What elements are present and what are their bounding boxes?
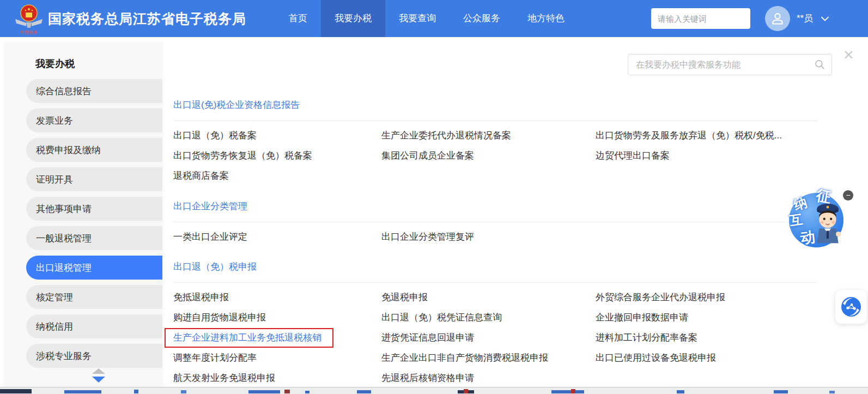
menu-item[interactable]: 购进自用货物退税申报: [173, 307, 381, 328]
sidebar-item[interactable]: 核定管理: [26, 285, 162, 309]
minimize-icon[interactable]: −: [843, 190, 853, 201]
nav-item[interactable]: 我要办税: [321, 0, 385, 37]
sidebar-item[interactable]: 综合信息报告: [26, 79, 162, 103]
menu-grid: 免抵退税申报 购进自用货物退税申报 生产企业进料加工业务免抵退税核销 调整年度计…: [173, 287, 817, 388]
menu-item[interactable]: 免抵退税申报: [173, 287, 381, 307]
tax-interaction-mascot-widget[interactable]: 征 纳 互 动: [786, 186, 847, 252]
sidebar-item-label: 涉税专业服务: [36, 350, 92, 362]
section-export-qualification: 出口退(免)税企业资格信息报告 出口退（免）税备案 出口货物劳务恢复退（免）税备…: [173, 98, 817, 186]
menu-item[interactable]: 出口货物劳务及服务放弃退（免）税权/免税...: [596, 125, 817, 146]
section-export-tax-declaration: 出口退（免）税申报 免抵退税申报 购进自用货物退税申报 生产企业进料加工业务免抵…: [173, 260, 817, 388]
mascot-char: 互: [788, 210, 804, 229]
section-classification-management: 出口企业分类管理 一类出口企业评定 出口企业分类管理复评: [173, 199, 817, 247]
menu-item[interactable]: 调整年度计划分配率: [173, 348, 381, 368]
sidebar-item-label: 综合信息报告: [36, 85, 92, 98]
menu-item[interactable]: 边贸代理出口备案: [596, 146, 817, 166]
menu-item-label: 航天发射业务免退税申报: [173, 372, 275, 384]
nav-item[interactable]: 公众服务: [450, 0, 514, 37]
menu-item-label: 出口退（免）税凭证信息查询: [381, 311, 502, 324]
menu-item[interactable]: 进料加工计划分配率备案: [596, 328, 817, 348]
menu-column: 出口货物劳务及服务放弃退（免）税权/免税... 边贸代理出口备案: [596, 125, 817, 166]
sidebar-item[interactable]: 涉税专业服务: [26, 344, 162, 368]
nav-item-label: 我要办税: [335, 13, 372, 23]
username-label[interactable]: **员: [797, 0, 813, 37]
menu-item[interactable]: 企业撤回申报数据申请: [596, 307, 817, 328]
app-window: 中国税务 国家税务总局江苏省电子税务局 首页 我要办税 我要查询 公众服务: [0, 0, 868, 394]
divider: [173, 120, 817, 121]
menu-item[interactable]: 生产企业进料加工业务免抵退税核销: [173, 328, 381, 348]
menu-item-label: 退税商店备案: [173, 169, 229, 182]
menu-item-label: 出口货物劳务及服务放弃退（免）税权/免税...: [596, 129, 782, 142]
header-search-input[interactable]: [651, 14, 768, 23]
nav-item[interactable]: 地方特色: [514, 0, 578, 37]
menu-item-label: 生产企业委托代办退税情况备案: [381, 129, 511, 142]
sidebar-item[interactable]: 一般退税管理: [26, 226, 162, 250]
menu-item[interactable]: 生产企业出口非自产货物消费税退税申报: [381, 348, 596, 368]
section-heading[interactable]: 出口退(免)税企业资格信息报告: [173, 98, 817, 112]
background-page-strip: [0, 387, 868, 394]
sidebar-item-label: 纳税信用: [36, 320, 73, 333]
scroll-down-icon[interactable]: [92, 377, 105, 383]
sidebar-item[interactable]: 其他事项申请: [26, 197, 162, 221]
header-search-box: [651, 8, 750, 29]
sidebar-item[interactable]: 税费申报及缴纳: [26, 138, 162, 162]
nav-item[interactable]: 首页: [275, 0, 321, 37]
menu-item-label: 集团公司成员企业备案: [381, 149, 474, 162]
tax-bureau-logo-icon: 中国税务: [14, 3, 44, 35]
divider: [173, 282, 817, 283]
sidebar-item-label: 证明开具: [36, 173, 73, 186]
top-header: 中国税务 国家税务总局江苏省电子税务局 首页 我要办税 我要查询 公众服务: [0, 0, 868, 37]
sidebar-item-label: 出口退税管理: [36, 262, 92, 274]
mascot-figure-icon: [812, 199, 843, 248]
sidebar-item-label: 核定管理: [36, 291, 73, 304]
menu-item-label: 企业撤回申报数据申请: [596, 311, 688, 324]
close-icon[interactable]: ×: [843, 46, 854, 63]
menu-item[interactable]: 出口货物劳务恢复退（免）税备案: [173, 146, 381, 166]
svg-text:中国税务: 中国税务: [20, 30, 38, 35]
content-search-input[interactable]: [628, 60, 815, 70]
menu-item[interactable]: 进货凭证信息回退申请: [381, 328, 596, 348]
scroll-up-icon[interactable]: [92, 368, 105, 374]
menu-column: 生产企业委托代办退税情况备案 集团公司成员企业备案: [381, 125, 596, 166]
menu-item-label: 出口退（免）税备案: [173, 129, 257, 142]
divider: [173, 222, 817, 222]
menu-item-label: 免退税申报: [381, 291, 428, 304]
menu-item[interactable]: 集团公司成员企业备案: [381, 146, 596, 166]
sidebar-item-label: 税费申报及缴纳: [36, 144, 101, 156]
menu-item[interactable]: 外贸综合服务企业代办退税申报: [596, 287, 817, 307]
menu-item[interactable]: 免退税申报: [381, 287, 596, 307]
menu-item[interactable]: 一类出口企业评定: [173, 227, 381, 247]
chevron-down-icon[interactable]: [821, 16, 829, 21]
sidebar-item[interactable]: 出口退税管理: [26, 256, 162, 280]
user-avatar[interactable]: [765, 6, 790, 31]
menu-item[interactable]: 出口企业分类管理复评: [381, 227, 596, 247]
top-nav: 首页 我要办税 我要查询 公众服务 地方特色: [275, 0, 578, 37]
menu-item-label: 出口企业分类管理复评: [381, 231, 474, 243]
menu-item-label: 先退税后核销资格申请: [381, 372, 474, 384]
assistant-float-button[interactable]: [835, 290, 867, 324]
menu-item-label: 出口货物劳务恢复退（免）税备案: [173, 149, 312, 162]
section-heading[interactable]: 出口企业分类管理: [173, 199, 817, 214]
menu-item[interactable]: 航天发射业务免退税申报: [173, 368, 381, 388]
menu-item[interactable]: 退税商店备案: [173, 166, 381, 186]
menu-item-label: 进货凭证信息回退申请: [381, 331, 474, 344]
menu-item[interactable]: 出口退（免）税凭证信息查询: [381, 307, 596, 328]
network-molecule-icon: [841, 296, 861, 317]
sidebar-item-label: 发票业务: [36, 114, 73, 127]
menu-item[interactable]: 出口已使用过设备免退税申报: [596, 348, 817, 368]
menu-item[interactable]: 出口退（免）税备案: [173, 125, 381, 146]
sidebar-item[interactable]: 发票业务: [26, 108, 162, 132]
sidebar-item[interactable]: 纳税信用: [26, 314, 162, 338]
sidebar-item-label: 其他事项申请: [36, 203, 92, 215]
search-icon[interactable]: [815, 59, 825, 70]
menu-item[interactable]: 生产企业委托代办退税情况备案: [381, 125, 596, 146]
menu-item[interactable]: 先退税后核销资格申请: [381, 368, 596, 388]
nav-item-label: 我要查询: [399, 13, 436, 23]
section-heading[interactable]: 出口退（免）税申报: [173, 260, 817, 274]
menu-item-label: 调整年度计划分配率: [173, 351, 257, 364]
nav-item[interactable]: 我要查询: [385, 0, 450, 37]
sidebar-item[interactable]: 证明开具: [26, 167, 162, 191]
menu-column: 免退税申报 出口退（免）税凭证信息查询 进货凭证信息回退申请 生产企业出口非自产…: [381, 287, 596, 388]
sidebar-scroll-arrows: [92, 368, 106, 383]
sidebar-menu: 综合信息报告 发票业务 税费申报及缴纳 证明开具 其他事项申请: [4, 79, 162, 368]
